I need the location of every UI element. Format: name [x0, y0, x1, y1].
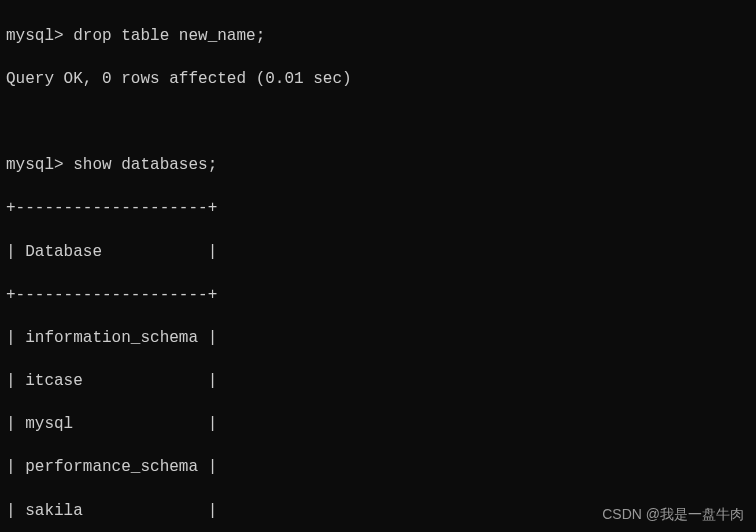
command-line[interactable]: mysql> show databases; — [6, 155, 750, 177]
table-row: | information_schema | — [6, 328, 750, 350]
command-text: drop table new_name; — [73, 27, 265, 45]
prompt: mysql> — [6, 27, 64, 45]
prompt: mysql> — [6, 156, 64, 174]
table-header: | Database | — [6, 242, 750, 264]
table-row: | performance_schema | — [6, 457, 750, 479]
terminal-output: mysql> drop table new_name; Query OK, 0 … — [6, 4, 750, 532]
table-row: | itcase | — [6, 371, 750, 393]
table-row: | mysql | — [6, 414, 750, 436]
watermark: CSDN @我是一盘牛肉 — [602, 505, 744, 524]
command-line[interactable]: mysql> drop table new_name; — [6, 26, 750, 48]
command-text: show databases; — [73, 156, 217, 174]
blank-line — [6, 112, 750, 134]
table-border: +--------------------+ — [6, 198, 750, 220]
query-result: Query OK, 0 rows affected (0.01 sec) — [6, 69, 750, 91]
table-border: +--------------------+ — [6, 285, 750, 307]
